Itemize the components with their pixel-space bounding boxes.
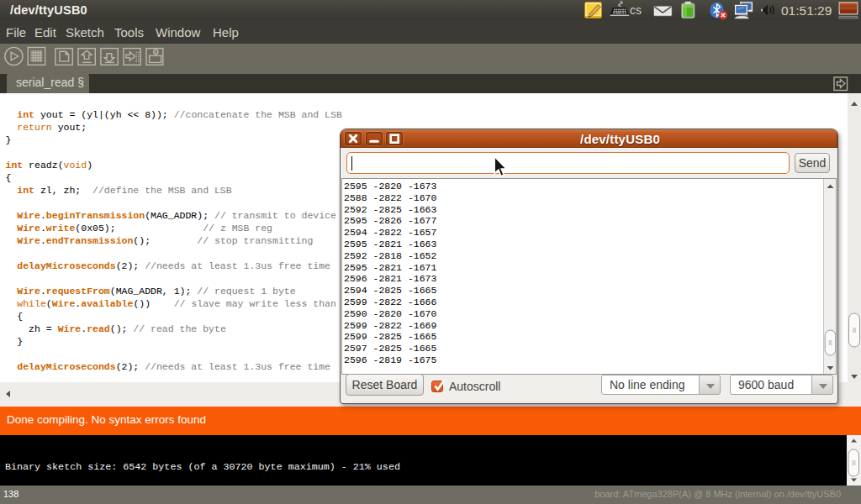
svg-text:cs: cs [630,3,642,17]
